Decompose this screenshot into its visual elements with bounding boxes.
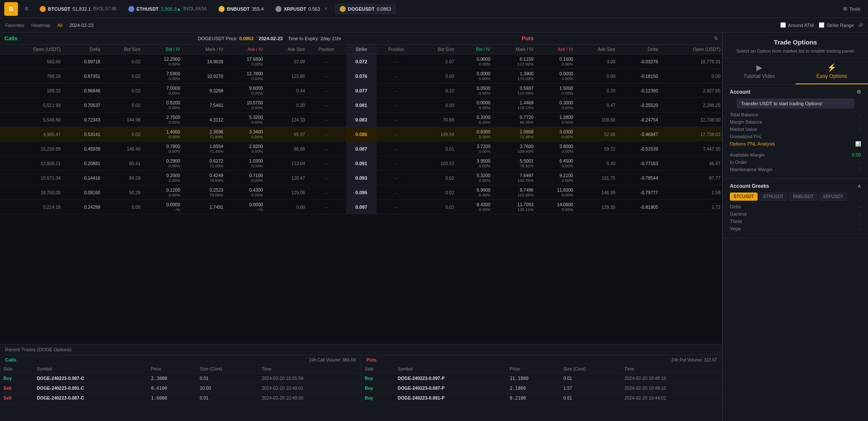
strike-cell[interactable]: 0.086 [346,127,377,142]
rt-calls-row: Sell DOGE-240223-0.087-C 1.6000 0.01 202… [0,393,361,403]
puts-section-label: Puts [521,35,533,42]
col-position-r: Position [376,44,416,54]
rt-calls-row: Buy DOGE-240223-0.087-C 2.3000 0.01 2024… [0,374,361,383]
all-link[interactable]: All [57,23,62,28]
rt-puts-section: Puts 24h Put Volume: 313.67 Side Symbol … [361,355,723,403]
chart-icon: 📊 [855,141,861,147]
dogeusdt-price: 0.0863 [377,6,391,12]
col-mark-iv: Mark / IV [182,44,225,54]
rt-col-time: Time [258,365,361,374]
unrealized-pnl-row: Unrealized PnL - [730,134,861,139]
table-row[interactable]: 18,750.050.0916050.290.12000.00%0.252379… [0,185,722,200]
expiry-label: Time to Expiry: 2day 21hr [288,36,341,41]
pair-tab-btcusdt[interactable]: BTCUSDT 51,832.1 BVOL:57.98 [35,4,121,14]
rt-col-time-p: Time [621,365,722,374]
col-mark-iv-r: Mark / IV [492,44,535,54]
right-panel-title: Trade Options [730,39,861,46]
strike-range-input[interactable] [819,22,824,28]
bnbusdt-price: 355.4 [252,6,264,12]
col-delta: Delta [62,44,102,54]
symbol-price-label: DOGEUSDT Price: 0.0863 [198,36,254,41]
ethusdt-name: ETHUSDT [136,6,159,12]
account-settings-icon[interactable]: ⚙ [856,89,861,95]
strike-cell[interactable]: 0.072 [346,54,377,69]
rt-puts-row: Buy DOGE-240223-0.081-P 0.2100 0.61 2024… [361,393,723,403]
heatmap-link[interactable]: Heatmap [31,23,50,28]
pair-tab-bnbusdt[interactable]: BNBUSDT 355.4 [214,4,268,14]
recent-trades: Recent Trades (DOGE Options) Calls 24h C… [0,344,722,421]
table-row[interactable]: 10,671.040.1441684.280.20000.00%0.424976… [0,171,722,185]
tools-grid-icon: ⊞ [843,6,847,12]
filter-bar: Favorites Heatmap All 2024-02-23 Around … [0,18,868,33]
table-row[interactable]: 189.320.968460.027.00000.00%9.32689.6000… [0,83,722,98]
strike-cell[interactable]: 0.083 [346,113,377,127]
pair-tab-dogeusdt[interactable]: DOGEUSDT 0.0863 [335,4,396,14]
table-row[interactable]: 5,511.930.705370.020.82000.00%7.546110.5… [0,98,722,113]
greeks-expand-icon[interactable]: ∧ [857,183,861,189]
strike-cell[interactable]: 0.093 [346,171,377,185]
rt-col-symbol: Symbol [33,365,148,374]
rt-col-size-p: Size (Cont) [560,365,621,374]
market-value-row: Market Value - [730,127,861,132]
recent-trades-body: Calls 24h Call Volume: 884.68 Side Symbo… [0,355,722,403]
ethusdt-icon [128,6,134,12]
account-greeks-section: Account Greeks ∧ BTCUSDT ETHUSDT BNBUSDT… [723,179,868,238]
greek-tab-bnbusdt[interactable]: BNBUSDT [789,193,817,201]
tools-button[interactable]: ⊞ Tools [840,4,864,13]
options-pnl-link[interactable]: Options PNL Analysis [730,141,775,146]
rt-puts-header: Puts 24h Put Volume: 313.67 [361,355,723,365]
table-row[interactable]: 12,806.110.2088180.410.29000.00%0.627271… [0,156,722,171]
btcusdt-vol: BVOL:57.98 [93,6,116,11]
table-row[interactable]: 4,965.470.531410.021.40000.00%2.369672.8… [0,127,722,142]
options-area: Calls DOGEUSDT Price: 0.0863 2024-02-23 … [0,33,723,421]
theta-row: Theta - [730,219,861,224]
favorites-link[interactable]: Favorites [5,23,24,28]
strike-cell[interactable]: 0.077 [346,83,377,98]
puts-expand-icon[interactable]: ⇅ [714,36,718,41]
strike-range-checkbox[interactable]: Strike Range [819,22,854,28]
rp-tabs: ▶ Tutorial Video ⚡ Easy Options [723,59,868,85]
col-strike: Strike [346,44,377,54]
transfer-notice[interactable]: Transfer USDT to start trading Options! [737,98,854,109]
col-bid-iv-r: Bid / IV [456,44,492,54]
date-label: 2024-02-23 [69,23,93,28]
strike-cell[interactable]: 0.087 [346,142,377,156]
table-row[interactable]: 5,214.180.242990.000.0000--%1.74910.0000… [0,200,722,214]
around-atm-input[interactable] [780,22,786,28]
pair-tab-ethusdt[interactable]: ETHUSDT 2,906.3▲ BVOL:64.54 [124,4,211,14]
around-atm-checkbox[interactable]: Around ATM [780,22,814,28]
ethusdt-price: 2,906.3▲ [161,6,181,12]
strike-cell[interactable]: 0.081 [346,98,377,113]
greek-tab-xrpusdt[interactable]: XRPUSDT [819,193,847,201]
account-section-title: Account ⚙ [730,89,861,95]
strike-cell[interactable]: 0.076 [346,69,377,83]
account-section: Account ⚙ Transfer USDT to start trading… [723,85,868,179]
btcusdt-price: 51,832.1 [73,6,91,12]
options-pnl-row: Options PNL Analysis 📊 [730,141,861,147]
table-row[interactable]: 15,226.890.45939146.400.78000.00%1.85547… [0,142,722,156]
calls-section-label: Calls [4,35,18,42]
strike-cell[interactable]: 0.091 [346,156,377,171]
tab-tutorial[interactable]: ▶ Tutorial Video [723,59,796,84]
strike-cell[interactable]: 0.095 [346,185,377,200]
pair-tab-xrpusdt[interactable]: XRPUSDT 0.563 ✕ [271,4,332,14]
rp-scroll-area: Account ⚙ Transfer USDT to start trading… [723,85,868,421]
right-panel-subtitle: Select an Option from market list to ena… [730,47,861,55]
tab-easy-options[interactable]: ⚡ Easy Options [796,59,868,84]
table-row[interactable]: 788.280.873510.027.59000.00%10.927012.78… [0,69,722,83]
right-panel-header: Trade Options Select an Option from mark… [723,33,868,59]
col-delta-r: Delta [617,44,660,54]
filter-settings-icon[interactable]: ⇄ [859,22,863,28]
table-row[interactable]: 582.600.897180.0212.20000.00%14.963917.6… [0,54,722,69]
greek-tab-btcusdt[interactable]: BTCUSDT [730,193,758,201]
strike-cell[interactable]: 0.097 [346,200,377,214]
easy-options-icon: ⚡ [796,63,868,72]
vega-row: Vega - [730,226,861,231]
btcusdt-name: BTCUSDT [48,6,71,12]
dogeusdt-name: DOGEUSDT [348,6,374,12]
settings-icon[interactable]: ⚙ [21,3,33,15]
xrpusdt-close-icon[interactable]: ✕ [324,6,328,12]
table-row[interactable]: 5,549.800.72343144.982.75000.00%4.31125.… [0,113,722,127]
greek-tab-ethusdt[interactable]: ETHUSDT [759,193,787,201]
delta-row: Delta - [730,204,861,209]
